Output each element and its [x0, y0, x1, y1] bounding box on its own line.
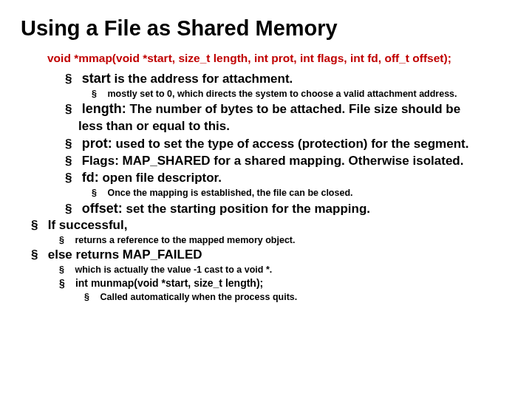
param-start-desc: is the address for attachment.: [111, 72, 293, 86]
return-success-note: returns a reference to the mapped memory…: [59, 234, 511, 247]
slide: Using a File as Shared Memory void *mmap…: [0, 0, 532, 399]
param-start-keyword: start: [82, 71, 111, 86]
mmap-signature: void *mmap(void *start, size_t length, i…: [47, 51, 511, 65]
param-length-keyword: length:: [82, 101, 126, 116]
return-list: If successful, returns a reference to th…: [21, 217, 511, 303]
param-length-desc-2: less than or equal to this.: [78, 118, 511, 135]
param-start: start is the address for attachment.: [65, 70, 511, 88]
param-fd-desc: open file descriptor.: [99, 171, 222, 185]
param-start-note: mostly set to 0, which directs the syste…: [92, 88, 511, 100]
param-fd-keyword: fd:: [82, 170, 99, 185]
param-offset-keyword: offset:: [82, 201, 123, 216]
param-offset: offset: set the starting position for th…: [65, 200, 511, 218]
param-fd: fd: open file descriptor.: [65, 169, 511, 187]
param-flags-desc: MAP_SHARED for a shared mapping. Otherwi…: [119, 154, 464, 168]
param-length-desc-1: The number of bytes to be attached. File…: [126, 102, 460, 116]
return-fail: else returns MAP_FAILED: [31, 247, 511, 264]
param-offset-desc: set the starting position for the mappin…: [123, 202, 370, 216]
param-prot: prot: used to set the type of access (pr…: [65, 135, 511, 153]
return-success: If successful,: [31, 217, 511, 234]
param-list: start is the address for attachment. mos…: [21, 70, 511, 218]
param-prot-desc: used to set the type of access (protecti…: [112, 137, 469, 151]
param-flags: Flags: MAP_SHARED for a shared mapping. …: [65, 153, 511, 170]
param-fd-note: Once the mapping is established, the fil…: [92, 187, 511, 200]
slide-title: Using a File as Shared Memory: [21, 16, 511, 41]
return-fail-note: which is actually the value -1 cast to a…: [59, 264, 511, 276]
param-flags-keyword: Flags:: [82, 154, 119, 168]
param-length: length: The number of bytes to be attach…: [65, 100, 511, 118]
munmap-signature: int munmap(void *start, size_t length);: [59, 276, 511, 290]
munmap-note: Called automatically when the process qu…: [84, 291, 511, 304]
param-prot-keyword: prot:: [82, 136, 112, 151]
